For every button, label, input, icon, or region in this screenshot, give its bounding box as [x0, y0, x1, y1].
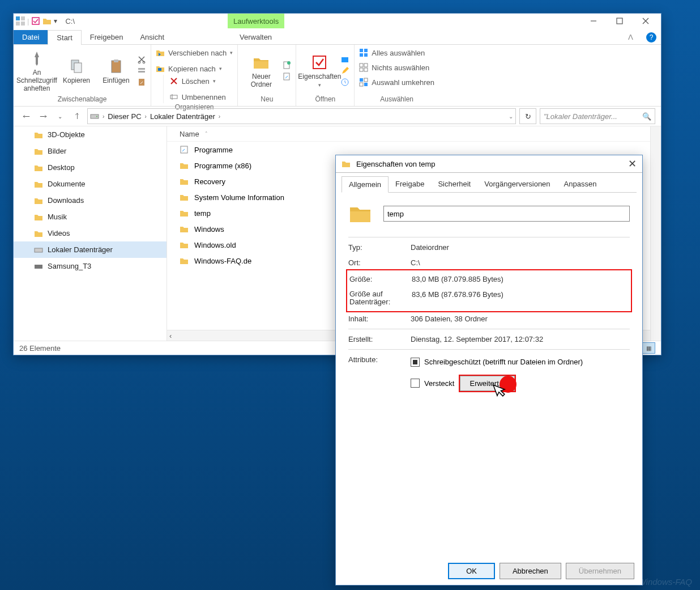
- close-button[interactable]: [633, 14, 659, 28]
- tree-item-selected[interactable]: Lokaler Datenträger: [14, 241, 167, 258]
- folder-icon: [348, 202, 372, 226]
- svg-rect-37: [360, 83, 363, 86]
- minimize-button[interactable]: [581, 14, 607, 28]
- svg-rect-30: [364, 53, 368, 57]
- hidden-checkbox[interactable]: [411, 379, 420, 388]
- paste-shortcut-icon[interactable]: [137, 78, 146, 87]
- readonly-checkbox[interactable]: [411, 358, 420, 367]
- svg-rect-19: [170, 95, 177, 99]
- edit-icon[interactable]: [340, 66, 349, 75]
- new-folder-button[interactable]: Neuer Ordner: [242, 54, 280, 88]
- tab-previous[interactable]: Vorgängerversionen: [477, 176, 557, 192]
- ok-button[interactable]: OK: [448, 563, 495, 579]
- select-all-button[interactable]: Alles auswählen: [359, 46, 425, 59]
- crumb-this-pc[interactable]: Dieser PC: [108, 112, 141, 121]
- cancel-button[interactable]: Abbrechen: [500, 563, 561, 579]
- delete-button[interactable]: Löschen ▾: [169, 75, 216, 87]
- svg-rect-15: [138, 68, 145, 70]
- svg-rect-6: [617, 18, 622, 24]
- tab-share[interactable]: Freigeben: [82, 30, 132, 44]
- svg-rect-17: [139, 79, 144, 86]
- view-icons-icon[interactable]: ▦: [642, 342, 655, 354]
- history-icon[interactable]: [340, 78, 349, 87]
- copy-button[interactable]: Kopieren: [58, 58, 95, 84]
- crumb-drive[interactable]: Lokaler Datenträger: [150, 112, 215, 121]
- cut-icon[interactable]: [137, 55, 146, 64]
- close-icon[interactable]: ✕: [628, 158, 637, 170]
- up-button[interactable]: 🡑: [70, 109, 84, 123]
- address-dropdown-icon[interactable]: ⌄: [509, 113, 513, 120]
- svg-point-22: [287, 61, 291, 65]
- tab-file[interactable]: Datei: [14, 30, 48, 44]
- svg-rect-18: [158, 68, 161, 71]
- titlebar: | ▾ Laufwerktools C:\: [14, 14, 661, 28]
- select-none-button[interactable]: Nichts auswählen: [359, 61, 429, 74]
- hidden-label: Versteckt: [424, 379, 454, 388]
- back-button[interactable]: 🡐: [19, 109, 33, 123]
- recent-dropdown[interactable]: ⌄: [53, 109, 67, 123]
- qat-overflow-icon[interactable]: ▾: [54, 17, 57, 25]
- group-open-label: Öffnen: [315, 95, 335, 104]
- label-size-on-disk: Größe auf Datenträger:: [349, 290, 412, 307]
- crumb-sep-icon[interactable]: ›: [103, 113, 104, 120]
- svg-rect-23: [284, 73, 289, 80]
- qat-folder-icon[interactable]: [42, 16, 52, 26]
- dialog-title: Eigenschaften von temp: [356, 160, 435, 168]
- tab-customize[interactable]: Anpassen: [557, 176, 604, 192]
- folder-name-input[interactable]: [383, 206, 630, 222]
- tree-item[interactable]: Downloads: [14, 192, 167, 209]
- tab-start[interactable]: Start: [48, 30, 81, 45]
- refresh-button[interactable]: ↻: [519, 108, 536, 124]
- crumb-sep-icon[interactable]: ›: [145, 113, 147, 120]
- search-input[interactable]: "Lokaler Datenträger...🔍: [540, 108, 655, 124]
- label-contents: Inhalt:: [348, 315, 411, 323]
- search-icon[interactable]: 🔍: [642, 112, 651, 121]
- column-header-name[interactable]: Name˄: [167, 126, 661, 142]
- svg-rect-29: [360, 53, 363, 57]
- value-size-on-disk: 83,6 MB (87.678.976 Bytes): [412, 290, 503, 307]
- help-icon[interactable]: ?: [646, 32, 656, 43]
- folder-icon: [342, 159, 351, 168]
- qat-properties-icon[interactable]: [31, 16, 40, 26]
- tab-manage[interactable]: Verwalten: [231, 30, 280, 44]
- easy-access-icon[interactable]: [282, 72, 291, 81]
- crumb-sep-icon[interactable]: ›: [219, 113, 220, 120]
- rename-button[interactable]: Umbenennen: [169, 91, 226, 103]
- search-placeholder: "Lokaler Datenträger...: [544, 112, 617, 121]
- label-created: Erstellt:: [348, 335, 411, 343]
- vertical-scrollbar[interactable]: [650, 126, 661, 341]
- collapse-ribbon-icon[interactable]: ᐱ: [620, 30, 642, 44]
- apply-button[interactable]: Übernehmen: [566, 563, 634, 579]
- tree-item[interactable]: Bilder: [14, 143, 167, 159]
- properties-button[interactable]: Eigenschaften▾: [301, 54, 338, 88]
- advanced-button[interactable]: Erweitert...: [460, 376, 514, 391]
- invert-select-button[interactable]: Auswahl umkehren: [359, 76, 434, 88]
- sort-asc-icon: ˄: [205, 131, 208, 137]
- open-icon[interactable]: [340, 55, 349, 64]
- svg-rect-27: [360, 49, 363, 52]
- paste-button[interactable]: Einfügen: [97, 58, 135, 84]
- tree-item[interactable]: Samsung_T3: [14, 258, 167, 274]
- tree-item[interactable]: Dokumente: [14, 176, 167, 192]
- copy-to-button[interactable]: Kopieren nach ▾: [156, 62, 222, 75]
- pin-button[interactable]: An Schnellzugriff anheften: [18, 50, 56, 92]
- highlight-advanced: Erweitert...: [459, 375, 515, 392]
- tab-security[interactable]: Sicherheit: [431, 176, 477, 192]
- new-item-icon[interactable]: [282, 61, 291, 70]
- maximize-button[interactable]: [607, 14, 633, 28]
- tab-view[interactable]: Ansicht: [131, 30, 173, 44]
- copy-path-icon[interactable]: [137, 66, 146, 75]
- tab-sharing[interactable]: Freigabe: [389, 176, 431, 192]
- tree-item[interactable]: 3D-Objekte: [14, 126, 167, 143]
- watermark: Windows-FAQ: [638, 577, 692, 587]
- forward-button[interactable]: 🡒: [36, 109, 50, 123]
- svg-rect-25: [342, 57, 348, 62]
- tab-general[interactable]: Allgemein: [342, 176, 389, 193]
- svg-rect-11: [112, 61, 121, 73]
- tree-item[interactable]: Desktop: [14, 159, 167, 176]
- tree-item[interactable]: Videos: [14, 225, 167, 241]
- tree-item[interactable]: Musik: [14, 209, 167, 225]
- address-bar[interactable]: › Dieser PC › Lokaler Datenträger › ⌄: [87, 108, 516, 124]
- svg-rect-4: [32, 18, 39, 24]
- move-to-button[interactable]: Verschieben nach ▾: [156, 46, 233, 59]
